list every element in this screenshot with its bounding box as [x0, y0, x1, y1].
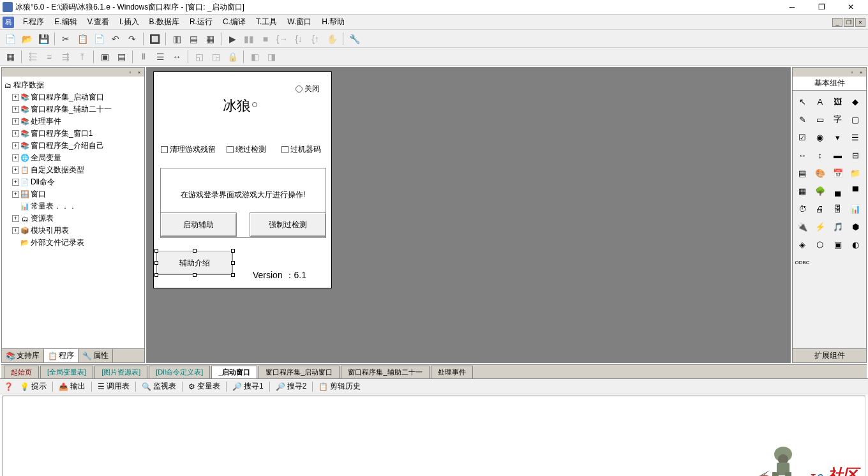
tree-item[interactable]: +🌐全局变量: [3, 152, 143, 164]
tree-node-label[interactable]: 窗口程序集_介绍自己: [31, 140, 104, 151]
tree-item[interactable]: 📊常量表．．．: [3, 200, 143, 212]
menu-view[interactable]: V.查看: [82, 15, 114, 29]
center-v-icon[interactable]: ▤: [114, 49, 129, 64]
btab-search1[interactable]: 🔎搜寻1: [230, 380, 266, 393]
doc-tab[interactable]: _启动窗口: [211, 366, 257, 378]
comp-hscroll-icon[interactable]: ↔: [795, 148, 809, 162]
comp-misc1-icon[interactable]: ⬢: [848, 219, 862, 234]
doc-tab[interactable]: 起始页: [4, 366, 39, 378]
panel-close-button[interactable]: ×: [857, 69, 865, 75]
doc-tab[interactable]: 窗口程序集_启动窗口: [258, 366, 340, 378]
tab-ext-components[interactable]: 扩展组件: [793, 349, 866, 362]
tab-program[interactable]: 📋程序: [44, 349, 79, 362]
btab-clipboard[interactable]: 📋剪辑历史: [316, 380, 363, 393]
comp-timer-icon[interactable]: ⏱: [795, 202, 809, 216]
breakpoint-icon[interactable]: ✋: [324, 31, 340, 47]
doc-tab[interactable]: [图片资源表]: [94, 366, 147, 378]
tree-item[interactable]: +📦模块引用表: [3, 225, 143, 237]
btab-output[interactable]: 📤输出: [56, 380, 88, 393]
align-left-icon[interactable]: ⬱: [25, 49, 40, 64]
form-designer-area[interactable]: 关闭 冰狼 清理游戏残留 绕过检测 过机器码 在游戏登录界面或游戏大厅进行操作!: [146, 67, 791, 363]
save-file-icon[interactable]: 💾: [36, 31, 51, 47]
tree-node-label[interactable]: 外部文件记录表: [31, 237, 84, 248]
btab-hint[interactable]: 💡提示: [17, 380, 49, 393]
tree-item[interactable]: +📚窗口程序集_介绍自己: [3, 140, 143, 152]
check-machine[interactable]: 过机器码: [281, 144, 321, 155]
bring-front-icon[interactable]: ◱: [191, 49, 207, 64]
tree-item[interactable]: +📚窗口程序集_辅助二十一: [3, 103, 143, 115]
comp-picture-icon[interactable]: 🖼: [831, 94, 845, 108]
menu-edit[interactable]: E.编辑: [49, 15, 82, 29]
doc-tab[interactable]: [Dll命令定义表]: [149, 366, 210, 378]
comp-radio-icon[interactable]: ◉: [813, 130, 827, 144]
expand-icon[interactable]: +: [12, 191, 19, 198]
comp-edit-icon[interactable]: ✎: [795, 112, 809, 126]
comp-combo-icon[interactable]: ▾: [831, 130, 845, 144]
btab-search2[interactable]: 🔎搜寻2: [273, 380, 310, 393]
panel-float-button[interactable]: ▫: [848, 69, 856, 75]
form-canvas[interactable]: 关闭 冰狼 清理游戏残留 绕过检测 过机器码 在游戏登录界面或游戏大厅进行操作!: [153, 71, 332, 288]
btn-start-assist[interactable]: 启动辅助: [160, 212, 237, 237]
tree-item[interactable]: +📄Dll命令: [3, 176, 143, 188]
output-textarea[interactable]: T·C 社区 www.tcsqw.com: [3, 396, 865, 476]
tree-node-label[interactable]: 模块引用表: [31, 225, 69, 236]
grid-icon[interactable]: ▦: [3, 49, 18, 64]
radio-close[interactable]: 关闭: [296, 84, 320, 94]
menu-program[interactable]: F.程序: [18, 15, 49, 29]
close-button[interactable]: ✕: [836, 1, 865, 13]
expand-icon[interactable]: +: [12, 118, 19, 125]
expand-icon[interactable]: +: [12, 167, 19, 174]
expand-icon[interactable]: +: [12, 154, 19, 161]
comp-check-icon[interactable]: ☑: [795, 130, 809, 144]
tab-support-lib[interactable]: 📚支持库: [2, 349, 44, 362]
copy-icon[interactable]: 📋: [75, 31, 90, 47]
comp-db-icon[interactable]: 🗄: [831, 202, 845, 216]
btab-watch[interactable]: 🔍监视表: [139, 380, 179, 393]
project-tree[interactable]: 🗂 程序数据 +📚窗口程序集_启动窗口+📚窗口程序集_辅助二十一+📚处理事件+📚…: [2, 77, 144, 348]
expand-icon[interactable]: +: [12, 179, 19, 186]
menu-tools[interactable]: T.工具: [251, 15, 282, 29]
center-h-icon[interactable]: ▣: [97, 49, 112, 64]
tree-item[interactable]: +🪟窗口: [3, 188, 143, 200]
expand-icon[interactable]: +: [12, 227, 19, 234]
comp-report-icon[interactable]: 📊: [848, 202, 862, 216]
lock-icon[interactable]: 🔒: [225, 49, 240, 64]
help-icon[interactable]: ❓: [4, 382, 13, 391]
doc-tab[interactable]: 窗口程序集_辅助二十一: [341, 366, 429, 378]
doc-tab[interactable]: [全局变量表]: [40, 366, 93, 378]
step-out-icon[interactable]: {↑: [308, 31, 323, 47]
menu-database[interactable]: B.数据库: [144, 15, 184, 29]
tree-root[interactable]: 🗂 程序数据: [3, 79, 143, 91]
build-icon[interactable]: 🔧: [347, 31, 362, 47]
expand-icon[interactable]: +: [12, 130, 19, 137]
comp-misc4-icon[interactable]: ▣: [831, 237, 845, 251]
new-file-icon[interactable]: 📄: [3, 31, 18, 47]
find-icon[interactable]: 🔲: [147, 31, 162, 47]
tree-item[interactable]: +📚处理事件: [3, 115, 143, 128]
redo-icon[interactable]: ↷: [124, 31, 140, 47]
tree-item[interactable]: +📚窗口程序集_启动窗口: [3, 91, 143, 103]
panel-float-button[interactable]: ▫: [126, 69, 134, 75]
comp-frame-icon[interactable]: ▢: [848, 112, 862, 126]
tree-node-label[interactable]: 窗口程序集_窗口1: [31, 128, 93, 139]
comp-button-icon[interactable]: ▭: [813, 112, 827, 126]
dist-h-icon[interactable]: ⫴: [136, 49, 151, 64]
tree-item[interactable]: +🗂资源表: [3, 212, 143, 225]
tree-node-label[interactable]: 自定义数据类型: [31, 165, 84, 175]
align-center-icon[interactable]: ≡: [41, 49, 57, 64]
form-title-label[interactable]: 冰狼: [223, 96, 257, 115]
comp-tab-icon[interactable]: ▤: [795, 166, 809, 180]
align-right-icon[interactable]: ⇶: [58, 49, 73, 64]
tree-node-label[interactable]: 全局变量: [31, 152, 61, 163]
mdi-minimize-button[interactable]: _: [832, 18, 842, 27]
test-icon[interactable]: ◨: [264, 49, 279, 64]
align-top-icon[interactable]: ⤒: [75, 49, 90, 64]
tab-order-icon[interactable]: ◧: [247, 49, 262, 64]
open-file-icon[interactable]: 📂: [19, 31, 34, 47]
expand-icon[interactable]: +: [12, 142, 19, 149]
comp-image-icon[interactable]: 🎨: [813, 166, 827, 180]
comp-file-icon[interactable]: 📁: [848, 166, 862, 180]
btn-force-detect[interactable]: 强制过检测: [250, 212, 326, 237]
tree-item[interactable]: 📂外部文件记录表: [3, 237, 143, 249]
undo-icon[interactable]: ↶: [108, 31, 123, 47]
